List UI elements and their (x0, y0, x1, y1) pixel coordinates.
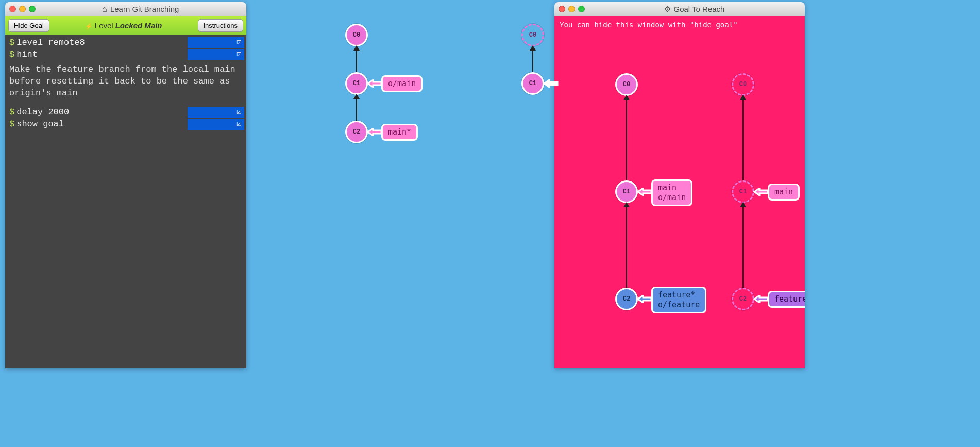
traffic-lights (559, 6, 585, 12)
check-icon (236, 38, 241, 48)
goal-title: Goal To Reach (588, 5, 801, 14)
commit-node[interactable]: C2 (345, 121, 368, 143)
commit-node[interactable]: C0 (615, 73, 638, 96)
prompt: $ (5, 49, 16, 61)
level-label: Level Locked Main (85, 21, 162, 30)
commit-node[interactable]: C1 (521, 72, 544, 95)
goal-hint-text: You can hide this window with "hide goal… (560, 21, 738, 29)
hide-goal-button[interactable]: Hide Goal (8, 19, 49, 32)
command-row: $ hint (5, 49, 246, 61)
branch-label[interactable]: main (768, 184, 800, 201)
commit-edge (532, 46, 533, 72)
commit-edge (356, 46, 357, 72)
check-icon (236, 49, 241, 60)
branch-label[interactable]: main o/main (651, 179, 692, 206)
goal-window: Goal To Reach You can hide this window w… (554, 2, 805, 368)
command-text: show goal (16, 119, 188, 130)
terminal-title: Learn Git Branching (39, 4, 242, 14)
command-row: $ show goal (5, 119, 246, 130)
commit-node[interactable]: C2 (732, 288, 754, 310)
command-status (188, 49, 244, 60)
command-status (188, 37, 244, 48)
commit-node[interactable]: C2 (615, 288, 638, 310)
level-name: Locked Main (115, 21, 162, 30)
branch-arrow-icon (367, 79, 381, 88)
commit-node[interactable]: C1 (732, 180, 754, 203)
traffic-lights (9, 6, 36, 12)
goal-titlebar[interactable]: Goal To Reach (554, 2, 805, 16)
goal-body: You can hide this window with "hide goal… (554, 16, 805, 368)
zoom-icon[interactable] (29, 6, 36, 12)
check-icon (236, 119, 241, 129)
minimize-icon[interactable] (19, 6, 26, 12)
zoom-icon[interactable] (578, 6, 585, 12)
command-text: level remote8 (16, 37, 188, 49)
branch-label[interactable]: o/main (381, 75, 423, 92)
commit-edge (356, 95, 357, 121)
command-row: $ level remote8 (5, 37, 246, 49)
commit-edge (742, 96, 744, 180)
terminal-title-text: Learn Git Branching (110, 5, 179, 13)
commit-node[interactable]: C1 (615, 180, 638, 203)
check-icon (236, 107, 241, 118)
close-icon[interactable] (9, 6, 16, 12)
terminal-window: Learn Git Branching Hide Goal Level Lock… (5, 2, 246, 368)
branch-label[interactable]: feature* o/feature (651, 287, 706, 313)
branch-arrow-icon (753, 188, 768, 196)
home-icon (102, 4, 107, 14)
command-text: hint (16, 49, 188, 61)
commit-node[interactable]: C0 (345, 24, 368, 46)
commit-node[interactable]: C1 (345, 72, 368, 95)
command-text: delay 2000 (16, 107, 188, 119)
commit-node[interactable]: C0 (521, 24, 544, 46)
branch-arrow-icon (753, 295, 768, 303)
goal-title-text: Goal To Reach (674, 5, 725, 13)
branch-label[interactable]: main* (381, 124, 418, 141)
command-status (188, 119, 244, 130)
commit-edge (742, 203, 744, 288)
level-prefix: Level (95, 21, 113, 30)
instructions-button[interactable]: Instructions (198, 19, 243, 32)
commit-node[interactable]: C0 (732, 73, 754, 96)
branch-arrow-icon (637, 188, 651, 196)
terminal-body[interactable]: $ level remote8 $ hint Make the feature … (5, 35, 246, 368)
close-icon[interactable] (559, 6, 565, 12)
branch-arrow-icon (543, 79, 557, 88)
gear-icon (664, 5, 671, 14)
command-row: $ delay 2000 (5, 107, 246, 119)
terminal-titlebar[interactable]: Learn Git Branching (5, 2, 246, 16)
commit-edge (626, 96, 627, 180)
prompt: $ (5, 107, 16, 119)
branch-arrow-icon (637, 295, 651, 303)
branch-label[interactable]: feature (768, 291, 805, 308)
hint-output: Make the feature branch from the local m… (5, 61, 246, 107)
commit-edge (626, 203, 627, 288)
level-toolbar: Hide Goal Level Locked Main Instructions (5, 16, 246, 35)
branch-arrow-icon (367, 128, 381, 136)
minimize-icon[interactable] (568, 6, 575, 12)
bolt-icon (85, 21, 93, 30)
command-status (188, 107, 244, 118)
prompt: $ (5, 119, 16, 130)
prompt: $ (5, 37, 16, 49)
